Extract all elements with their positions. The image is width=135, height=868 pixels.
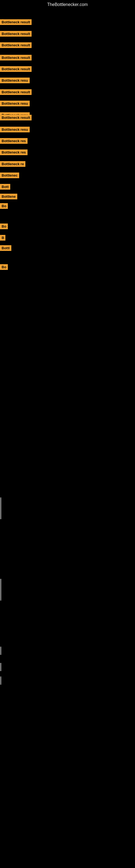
bottleneck-badge: Bottleneck resu	[0, 127, 30, 132]
bottleneck-badge: Bottleneck result	[0, 31, 32, 37]
bottleneck-badge: B	[0, 235, 5, 241]
site-title: TheBottlenecker.com	[0, 0, 135, 9]
bottleneck-badge: Bottlene	[0, 194, 17, 199]
bottleneck-badge: Bottleneck resu	[0, 101, 30, 106]
bottleneck-badge: Bottl	[0, 245, 11, 251]
bottleneck-badge: Bottleneck res	[0, 138, 28, 144]
bottleneck-badge: Bottleneck result	[0, 55, 32, 61]
bottleneck-badge: Bo	[0, 223, 8, 229]
bottleneck-badge: Bottleneck re	[0, 161, 26, 167]
bottleneck-badge: Bo	[0, 203, 8, 209]
vertical-line	[1, 579, 1, 600]
bottleneck-badge: Bottleneck resu	[0, 78, 30, 83]
bottleneck-badge: Bottlenec	[0, 173, 19, 178]
vertical-line	[1, 497, 1, 519]
vertical-line	[1, 663, 1, 671]
bottleneck-badge: Bo	[0, 264, 8, 270]
bottleneck-badge: Bottleneck result	[0, 89, 32, 95]
vertical-line	[1, 647, 1, 655]
bottleneck-badge: Bottleneck result	[0, 42, 32, 48]
vertical-line	[1, 677, 1, 685]
bottleneck-badge: Bott	[0, 184, 10, 190]
bottleneck-badge: Bottleneck result	[0, 66, 32, 72]
bottleneck-badge: Bottleneck result	[0, 19, 32, 25]
bottleneck-badge: Bottleneck result	[0, 115, 32, 120]
bottleneck-badge: Bottleneck res	[0, 150, 28, 155]
